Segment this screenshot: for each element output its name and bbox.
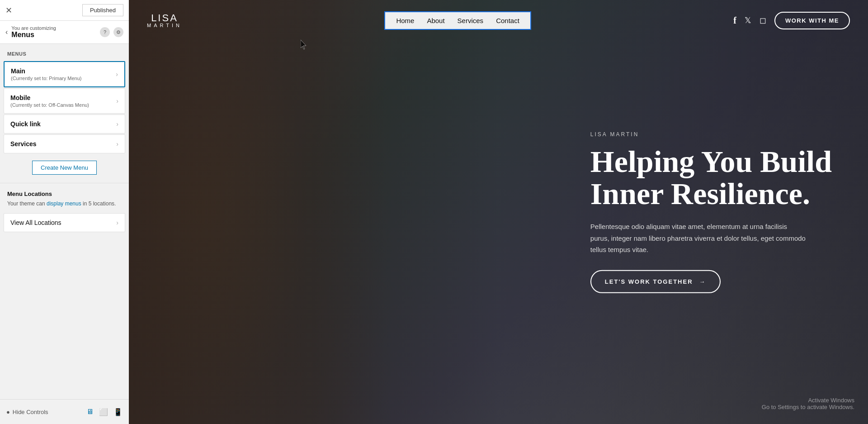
desktop-device-icon[interactable]: 🖥 (86, 408, 94, 416)
hero-cta-arrow: → (699, 278, 706, 285)
locations-desc-post: in 5 locations. (81, 200, 116, 207)
site-logo-surname: MARTIN (147, 23, 182, 28)
nav-services[interactable]: Services (458, 17, 484, 24)
menu-item-mobile-title: Mobile (10, 94, 89, 101)
menus-section-label: Menus (0, 44, 129, 60)
bottom-bar: ● Hide Controls 🖥 ⬜ 📱 (0, 399, 129, 424)
work-with-me-button[interactable]: WORK WITH ME (774, 12, 850, 29)
hero-cta-button[interactable]: LET'S WORK TOGETHER → (590, 270, 721, 293)
menu-item-quicklink-info: Quick link (10, 120, 41, 128)
site-logo-name: LISA (151, 13, 178, 23)
chevron-right-icon: › (116, 97, 118, 105)
locations-desc-pre: Your theme can (7, 200, 47, 207)
hero-eyebrow: LISA MARTIN (590, 131, 832, 137)
menu-item-quicklink-title: Quick link (10, 120, 41, 128)
customizing-left: ‹ You are customizing Menus (5, 25, 56, 39)
hero-content: LISA MARTIN Helping You Build Inner Resi… (590, 131, 832, 293)
hero-headline-line1: Helping You Build (590, 144, 832, 178)
eye-icon: ● (6, 409, 10, 415)
menu-item-main[interactable]: Main (Currently set to: Primary Menu) › (4, 61, 125, 87)
instagram-icon[interactable]: ◻ (760, 15, 766, 25)
twitter-icon[interactable]: 𝕏 (745, 15, 751, 25)
windows-activate-line2: Go to Settings to activate Windows. (762, 404, 854, 410)
hero-headline-line2: Inner Resilience. (590, 176, 810, 211)
customizing-icons: ? ⚙ (100, 27, 123, 37)
device-icons: 🖥 ⬜ 📱 (86, 408, 123, 416)
customizing-label: You are customizing (11, 25, 56, 31)
help-icon[interactable]: ? (100, 27, 110, 37)
hero-headline: Helping You Build Inner Resilience. (590, 145, 832, 210)
site-navigation: Home About Services Contact (384, 11, 531, 30)
menu-item-services[interactable]: Services › (4, 134, 125, 153)
chevron-right-icon: › (116, 120, 118, 128)
hide-controls-button[interactable]: ● Hide Controls (6, 409, 48, 415)
create-menu-area: Create New Menu (0, 154, 129, 181)
menu-locations-description: Your theme can display menus in 5 locati… (7, 200, 122, 208)
hero-body-text: Pellentesque odio aliquam vitae amet, el… (590, 221, 807, 256)
menu-item-main-info: Main (Currently set to: Primary Menu) (11, 67, 81, 81)
facebook-icon[interactable]: f (733, 15, 736, 26)
left-panel: ✕ Published ‹ You are customizing Menus … (0, 0, 129, 424)
display-menus-link[interactable]: display menus (47, 200, 81, 207)
divider (0, 183, 129, 183)
site-logo[interactable]: LISA MARTIN (147, 13, 182, 28)
settings-icon[interactable]: ⚙ (113, 27, 123, 37)
menu-item-mobile[interactable]: Mobile (Currently set to: Off-Canvas Men… (4, 88, 125, 114)
hide-controls-label: Hide Controls (13, 409, 48, 415)
menu-locations-section: Menu Locations Your theme can display me… (0, 185, 129, 210)
windows-activate-line1: Activate Windows (762, 397, 854, 404)
menu-item-quicklink[interactable]: Quick link › (4, 114, 125, 133)
nav-contact[interactable]: Contact (496, 17, 519, 24)
top-bar: ✕ Published (0, 0, 129, 21)
back-arrow-icon[interactable]: ‹ (5, 28, 8, 36)
tablet-device-icon[interactable]: ⬜ (99, 408, 108, 416)
menu-locations-title: Menu Locations (7, 191, 122, 197)
chevron-right-icon: › (116, 140, 118, 148)
site-header-right: f 𝕏 ◻ WORK WITH ME (733, 12, 850, 29)
menu-item-services-info: Services (10, 140, 37, 148)
close-icon[interactable]: ✕ (5, 5, 12, 15)
site-header: LISA MARTIN Home About Services Contact … (129, 0, 868, 41)
menu-item-services-title: Services (10, 140, 37, 148)
customizing-header: ‹ You are customizing Menus ? ⚙ (0, 21, 129, 44)
right-panel: LISA MARTIN Home About Services Contact … (129, 0, 868, 424)
menu-item-mobile-info: Mobile (Currently set to: Off-Canvas Men… (10, 94, 89, 108)
windows-activate-notice: Activate Windows Go to Settings to activ… (762, 397, 854, 410)
nav-home[interactable]: Home (396, 17, 414, 24)
chevron-right-icon: › (116, 219, 118, 226)
nav-about[interactable]: About (427, 17, 444, 24)
published-button[interactable]: Published (82, 4, 123, 16)
customizing-info: You are customizing Menus (11, 25, 56, 39)
panel-content: Menus Main (Currently set to: Primary Me… (0, 44, 129, 424)
view-all-locations-label: View All Locations (10, 219, 61, 226)
view-all-locations-item[interactable]: View All Locations › (4, 213, 125, 232)
chevron-right-icon: › (116, 71, 118, 78)
hero-jacket-overlay (129, 0, 310, 424)
create-menu-button[interactable]: Create New Menu (32, 161, 97, 175)
customizing-title: Menus (11, 31, 56, 39)
menu-item-main-subtitle: (Currently set to: Primary Menu) (11, 76, 81, 81)
menu-item-main-title: Main (11, 67, 81, 75)
menu-item-mobile-subtitle: (Currently set to: Off-Canvas Menu) (10, 102, 89, 108)
hero-cta-label: LET'S WORK TOGETHER (605, 278, 693, 285)
mobile-device-icon[interactable]: 📱 (113, 408, 123, 416)
